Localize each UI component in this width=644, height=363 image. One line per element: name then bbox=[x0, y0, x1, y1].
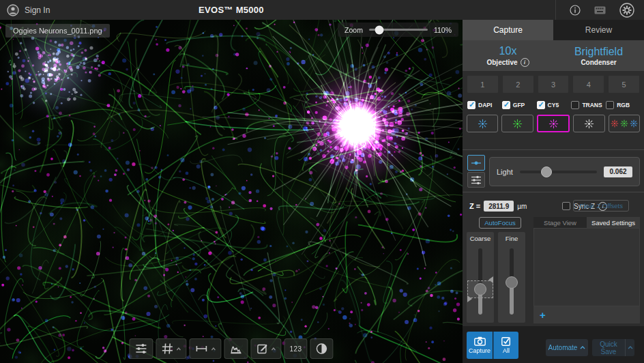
channel-gfp: GFP bbox=[502, 101, 537, 109]
z-label: Z = bbox=[469, 202, 480, 210]
condenser-selector[interactable]: Brightfield Condenser bbox=[553, 40, 644, 71]
light-intensity-panel: Light 0.062 bbox=[489, 157, 640, 186]
annotate-button[interactable] bbox=[250, 338, 281, 359]
tab-stage-view[interactable]: Stage View bbox=[533, 217, 587, 228]
multi-slider-icon bbox=[471, 175, 482, 185]
sync-z-checkbox[interactable] bbox=[562, 202, 570, 210]
viewer-toolbar: 123 bbox=[129, 338, 333, 359]
preset-button-2[interactable]: 2 bbox=[502, 75, 534, 93]
channel-dapi: DAPI bbox=[467, 101, 502, 109]
saved-settings-list bbox=[533, 228, 640, 306]
coarse-focus-slider: Coarse bbox=[467, 232, 494, 323]
sign-in-button[interactable]: Sign In bbox=[0, 4, 50, 16]
gfp-checkbox[interactable] bbox=[502, 101, 510, 109]
single-slider-icon bbox=[471, 160, 482, 166]
light-source-icon bbox=[548, 119, 559, 129]
light-source-icon bbox=[512, 119, 523, 129]
adjustments-button[interactable] bbox=[129, 338, 153, 359]
tab-review[interactable]: Review bbox=[553, 20, 644, 40]
objective-info-icon[interactable]: i bbox=[521, 58, 529, 67]
grid-button[interactable] bbox=[156, 338, 186, 359]
quick-save-button[interactable]: Quick Save bbox=[592, 339, 634, 356]
chevron-up-icon bbox=[211, 347, 216, 351]
light-source-blue-icon bbox=[630, 119, 638, 128]
zoom-value: 110% bbox=[434, 26, 452, 34]
zoom-slider[interactable] bbox=[369, 29, 428, 31]
cy5-checkbox[interactable] bbox=[537, 101, 545, 109]
rgb-checkbox[interactable] bbox=[606, 101, 614, 109]
dapi-label: DAPI bbox=[478, 102, 492, 108]
action-bar: Capture All Automate Quick Save bbox=[463, 326, 644, 363]
channel-cy5: CY5 bbox=[537, 101, 572, 109]
zoom-slider-handle[interactable] bbox=[375, 25, 384, 34]
light-source-icon bbox=[584, 119, 594, 129]
objective-value: 10x bbox=[499, 45, 517, 57]
capture-button-label: Capture bbox=[469, 347, 491, 354]
top-bar: Sign In EVOS™ M5000 bbox=[0, 0, 644, 20]
z-value-field[interactable]: 2811.9 bbox=[484, 201, 514, 212]
chevron-up-icon bbox=[176, 347, 181, 351]
rgb-light-button[interactable] bbox=[609, 115, 640, 132]
capture-button[interactable]: Capture bbox=[467, 332, 493, 359]
saved-settings-footer: + bbox=[533, 306, 640, 323]
automate-label: Automate bbox=[548, 344, 578, 351]
stage-tabs: Stage View Saved Settings bbox=[533, 217, 640, 228]
trans-light-button[interactable] bbox=[573, 115, 604, 132]
autofocus-row: AutoFocus Stage View Saved Settings bbox=[463, 217, 644, 229]
preset-button-1[interactable]: 1 bbox=[467, 75, 499, 93]
channel-trans: TRANS bbox=[571, 101, 606, 109]
light-slider-handle[interactable] bbox=[541, 166, 552, 177]
gfp-light-button[interactable] bbox=[501, 115, 533, 132]
multi-light-toggle[interactable] bbox=[467, 172, 485, 188]
chevron-up-icon bbox=[271, 347, 276, 351]
fine-label: Fine bbox=[498, 235, 525, 242]
light-mode-toggles bbox=[467, 155, 485, 188]
clear-z-offsets-button[interactable]: Clear Z Offsets bbox=[573, 200, 629, 212]
autofocus-button[interactable]: AutoFocus bbox=[479, 217, 521, 229]
adjustments-icon bbox=[134, 343, 147, 355]
sign-in-label: Sign In bbox=[25, 5, 50, 15]
cy5-light-button[interactable] bbox=[537, 115, 570, 132]
tab-saved-settings[interactable]: Saved Settings bbox=[587, 217, 640, 228]
channel-checkboxes: DAPI GFP CY5 TRANS RGB bbox=[467, 101, 641, 109]
rgb-label: RGB bbox=[617, 102, 630, 108]
camera-icon bbox=[474, 336, 486, 346]
keyboard-icon[interactable] bbox=[594, 6, 606, 14]
coarse-label: Coarse bbox=[467, 235, 494, 242]
info-icon[interactable] bbox=[570, 5, 581, 16]
light-source-red-icon bbox=[611, 119, 619, 128]
control-panel: Capture Review 10x Objectivei Brightfiel… bbox=[463, 20, 644, 363]
capture-all-button[interactable]: All bbox=[493, 332, 518, 359]
light-source-icon bbox=[478, 119, 488, 129]
scale-bar-button[interactable] bbox=[189, 338, 221, 359]
light-source-green-icon bbox=[620, 119, 628, 128]
light-slider[interactable] bbox=[520, 171, 597, 173]
automate-button[interactable]: Automate bbox=[546, 339, 588, 356]
objective-selector[interactable]: 10x Objectivei bbox=[463, 40, 553, 71]
z-position-row: Z = 2811.9 µm Sync Z i Clear Z Offsets bbox=[469, 200, 644, 212]
preset-button-4[interactable]: 4 bbox=[572, 75, 604, 93]
settings-gear-icon[interactable] bbox=[619, 3, 634, 18]
chevron-up-icon bbox=[580, 346, 585, 349]
preset-button-5[interactable]: 5 bbox=[608, 75, 640, 93]
cy5-label: CY5 bbox=[548, 102, 559, 108]
micrograph-image[interactable] bbox=[0, 20, 463, 363]
single-light-toggle[interactable] bbox=[467, 155, 485, 171]
fine-focus-handle[interactable] bbox=[506, 276, 518, 289]
trans-checkbox[interactable] bbox=[571, 101, 579, 109]
dapi-light-button[interactable] bbox=[467, 115, 498, 132]
tab-capture[interactable]: Capture bbox=[463, 20, 553, 40]
add-saved-setting-button[interactable]: + bbox=[540, 310, 546, 320]
avatar-icon bbox=[7, 4, 19, 16]
coarse-focus-handle[interactable] bbox=[474, 283, 486, 295]
light-value-field[interactable]: 0.062 bbox=[604, 166, 632, 177]
quick-save-label: Quick Save bbox=[592, 340, 625, 355]
quick-save-menu-toggle[interactable] bbox=[625, 339, 634, 356]
preset-button-3[interactable]: 3 bbox=[538, 75, 570, 93]
dapi-checkbox[interactable] bbox=[467, 101, 475, 109]
divider bbox=[463, 192, 644, 192]
condenser-label: Condenser bbox=[581, 59, 616, 66]
count-button[interactable]: 123 bbox=[284, 338, 307, 359]
histogram-button[interactable] bbox=[224, 338, 248, 359]
contrast-button[interactable] bbox=[310, 338, 334, 359]
